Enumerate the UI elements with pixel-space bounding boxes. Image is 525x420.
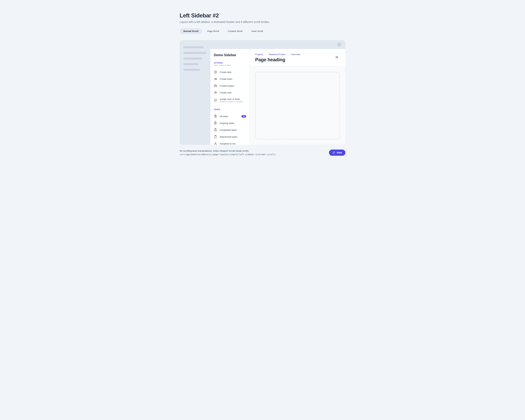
clipboard-import-icon [214, 121, 217, 125]
skeleton-row [183, 69, 200, 71]
sidebar-title: Demo Sidebar [214, 53, 246, 57]
menu-button[interactable] [334, 54, 340, 60]
sidebar-section-sub-actions: Task, project & team [214, 64, 246, 66]
svg-point-14 [215, 142, 216, 144]
sidebar-item-completed-tasks[interactable]: Completed tasks [214, 127, 246, 133]
main-area: Projects Weekend Project Overview Page h… [250, 49, 345, 145]
user-plus-icon [214, 91, 217, 94]
tab-content-scroll[interactable]: Content Scroll [224, 28, 246, 34]
tab-inner-scroll[interactable]: Inner Scroll [248, 28, 267, 34]
footer-description: No scrolling area manipulations, entire … [180, 150, 276, 152]
skeleton-row [183, 52, 206, 54]
chevron-right-icon [265, 54, 267, 55]
sidebar-item-label: Create team [220, 78, 232, 80]
sidebar-item-desc: Assign to a task or a project [220, 100, 246, 103]
clipboard-check-icon [214, 128, 217, 132]
sidebar-item-create-user[interactable]: Create user [214, 89, 246, 96]
breadcrumb-weekend[interactable]: Weekend Project [269, 53, 286, 56]
content-placeholder [255, 72, 340, 139]
avatar[interactable] [337, 43, 341, 47]
breadcrumb: Projects Weekend Project Overview [255, 53, 300, 56]
tabs: Normal Scroll Page Scroll Content Scroll… [180, 28, 345, 34]
sidebar-item-assigned-to-me[interactable]: Assigned to me [214, 140, 246, 145]
skeleton-row [183, 63, 198, 65]
breadcrumb-overview: Overview [291, 53, 300, 56]
sidebar-item-label: Abandoned tasks [220, 136, 237, 138]
user-icon [214, 142, 217, 145]
clipboard-list-icon [214, 115, 217, 118]
sidebar-item-label: Completed tasks [220, 129, 237, 131]
sidebar-item-create-task[interactable]: Create task [214, 69, 246, 75]
sidebar-item-label: Assign user or team [220, 98, 240, 100]
page-subtitle: Layout with a left sidebar, a dedicated … [180, 20, 345, 24]
sidebar-section-heading-tasks: TASKS [214, 109, 246, 110]
tab-normal-scroll[interactable]: Normal Scroll [180, 28, 202, 34]
demo-sidebar: Demo Sidebar ACTIONS Task, project & tea… [210, 49, 250, 145]
view-button[interactable]: View [329, 150, 345, 156]
sidebar-item-label: Assigned to me [220, 142, 235, 145]
skeleton-row [183, 46, 204, 48]
svg-rect-3 [214, 85, 217, 87]
sidebar-item-label: Create user [220, 91, 232, 94]
sidebar-item-label: Create project [220, 84, 234, 87]
main-header: Projects Weekend Project Overview Page h… [250, 49, 345, 66]
breadcrumb-projects[interactable]: Projects [255, 53, 263, 56]
check-circle-icon [214, 99, 217, 102]
footer-path: /src/app/modules/admin/ui/page-layouts/s… [180, 153, 276, 156]
sidebar-item-ongoing-tasks[interactable]: Ongoing tasks [214, 120, 246, 127]
sidebar-section-heading-actions: ACTIONS [214, 62, 246, 64]
skeleton-row [183, 57, 202, 60]
sidebar-item-all-tasks[interactable]: All tasks 49 [214, 113, 246, 120]
users-icon [214, 77, 217, 81]
plus-circle-icon [214, 70, 217, 74]
clipboard-icon [214, 135, 217, 138]
sidebar-item-label: Ongoing tasks [220, 122, 234, 124]
sidebar-item-assign[interactable]: Assign user or team Assign to a task or … [214, 96, 246, 104]
preview-frame: Demo Sidebar ACTIONS Task, project & tea… [180, 40, 345, 145]
sidebar-item-label: Create task [220, 71, 231, 73]
main-body [250, 66, 345, 145]
svg-point-2 [216, 78, 216, 79]
briefcase-icon [214, 84, 217, 87]
chevron-right-icon [287, 54, 289, 55]
tab-page-scroll[interactable]: Page Scroll [204, 28, 223, 34]
svg-point-1 [215, 78, 216, 79]
skeleton-nav [180, 40, 210, 145]
view-button-label: View [337, 151, 342, 154]
svg-point-4 [215, 91, 216, 92]
topbar [210, 40, 345, 49]
external-link-icon [332, 151, 335, 154]
menu-icon [335, 55, 338, 59]
sidebar-item-create-team[interactable]: Create team [214, 75, 246, 82]
badge-count: 49 [242, 115, 246, 118]
svg-point-5 [214, 99, 217, 101]
sidebar-item-create-project[interactable]: Create project [214, 82, 246, 89]
page-title: Left Sidebar #2 [180, 12, 345, 19]
sidebar-item-label: All tasks [220, 115, 228, 118]
page-heading: Page heading [255, 57, 300, 63]
sidebar-item-abandoned-tasks[interactable]: Abandoned tasks [214, 133, 246, 140]
